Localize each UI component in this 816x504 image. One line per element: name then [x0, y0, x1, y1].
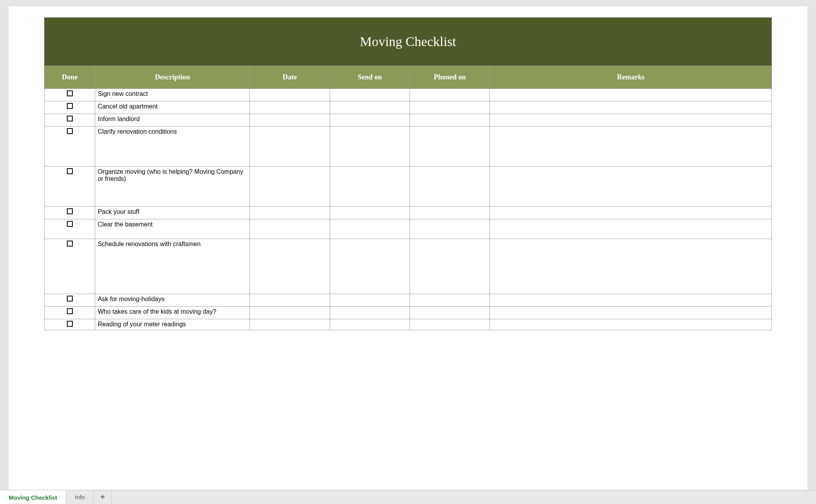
- cell-done[interactable]: [44, 219, 95, 239]
- checkbox-icon[interactable]: [67, 241, 73, 246]
- cell-date[interactable]: [250, 294, 330, 307]
- cell-done[interactable]: [44, 307, 95, 319]
- checkbox-icon[interactable]: [67, 221, 73, 227]
- table-row: Cancel old apartment: [44, 101, 772, 114]
- cell-done[interactable]: [44, 101, 95, 114]
- cell-send-on[interactable]: [330, 239, 410, 294]
- cell-phoned-on[interactable]: [410, 114, 490, 127]
- cell-remarks[interactable]: [490, 101, 772, 114]
- table-row: Organize moving (who is helping? Moving …: [44, 167, 772, 207]
- col-header-date[interactable]: Date: [250, 66, 330, 89]
- cell-done[interactable]: [44, 319, 95, 330]
- cell-phoned-on[interactable]: [410, 101, 490, 114]
- cell-description[interactable]: Organize moving (who is helping? Moving …: [95, 167, 250, 207]
- cell-description[interactable]: Pack your stuff: [95, 207, 250, 219]
- cell-send-on[interactable]: [330, 101, 410, 114]
- checkbox-icon[interactable]: [67, 308, 73, 314]
- cell-remarks[interactable]: [490, 127, 772, 167]
- cell-done[interactable]: [44, 127, 95, 167]
- cell-remarks[interactable]: [490, 89, 772, 101]
- cell-phoned-on[interactable]: [410, 167, 490, 207]
- cell-date[interactable]: [250, 307, 330, 319]
- cell-date[interactable]: [250, 89, 330, 101]
- table-row: Clear the basement: [44, 219, 772, 239]
- checkbox-icon[interactable]: [67, 128, 73, 134]
- sheet-tab-moving-checklist[interactable]: Moving Checklist: [0, 490, 66, 504]
- table-row: Sign new contract: [44, 89, 772, 101]
- page: Moving Checklist Done Description: [9, 6, 807, 490]
- cell-send-on[interactable]: [330, 207, 410, 219]
- cell-phoned-on[interactable]: [410, 89, 490, 101]
- table-row: Reading of your meter readings: [44, 319, 772, 330]
- cell-date[interactable]: [250, 319, 330, 330]
- checkbox-icon[interactable]: [67, 321, 73, 327]
- checkbox-icon[interactable]: [67, 168, 73, 174]
- cell-remarks[interactable]: [490, 319, 772, 330]
- col-header-description[interactable]: Description: [95, 66, 250, 89]
- cell-description[interactable]: Sign new contract: [95, 89, 250, 101]
- cell-description[interactable]: Cancel old apartment: [95, 101, 250, 114]
- cell-remarks[interactable]: [490, 114, 772, 127]
- cell-phoned-on[interactable]: [410, 294, 490, 307]
- table-row: Pack your stuff: [44, 207, 772, 219]
- cell-description[interactable]: Who takes care of the kids at moving day…: [95, 307, 250, 319]
- cell-done[interactable]: [44, 89, 95, 101]
- cell-remarks[interactable]: [490, 294, 772, 307]
- cell-date[interactable]: [250, 101, 330, 114]
- cell-phoned-on[interactable]: [410, 219, 490, 239]
- cell-date[interactable]: [250, 239, 330, 294]
- table-row: Ask for moving-holidays: [44, 294, 772, 307]
- cell-done[interactable]: [44, 114, 95, 127]
- col-header-phoned-on[interactable]: Phoned on: [410, 66, 490, 89]
- cell-done[interactable]: [44, 294, 95, 307]
- table-row: Inform landlord: [44, 114, 772, 127]
- cell-description[interactable]: Ask for moving-holidays: [95, 294, 250, 307]
- checklist-table: Done Description Date Send on Phoned on …: [44, 66, 772, 330]
- cell-date[interactable]: [250, 219, 330, 239]
- checkbox-icon[interactable]: [67, 103, 73, 109]
- cell-remarks[interactable]: [490, 167, 772, 207]
- cell-send-on[interactable]: [330, 127, 410, 167]
- cell-send-on[interactable]: [330, 167, 410, 207]
- cell-remarks[interactable]: [490, 239, 772, 294]
- cell-date[interactable]: [250, 127, 330, 167]
- cell-send-on[interactable]: [330, 89, 410, 101]
- table-header-row: Done Description Date Send on Phoned on …: [44, 66, 772, 89]
- cell-remarks[interactable]: [490, 219, 772, 239]
- cell-description[interactable]: Schedule renovations with craftsmen: [95, 239, 250, 294]
- cell-description[interactable]: Reading of your meter readings: [95, 319, 250, 330]
- cell-phoned-on[interactable]: [410, 319, 490, 330]
- cell-send-on[interactable]: [330, 294, 410, 307]
- cell-date[interactable]: [250, 114, 330, 127]
- cell-send-on[interactable]: [330, 307, 410, 319]
- table-row: Who takes care of the kids at moving day…: [44, 307, 772, 319]
- cell-done[interactable]: [44, 207, 95, 219]
- col-header-done[interactable]: Done: [44, 66, 95, 89]
- cell-remarks[interactable]: [490, 307, 772, 319]
- table-row: Clarify renovation conditions: [44, 127, 772, 167]
- cell-description[interactable]: Clarify renovation conditions: [95, 127, 250, 167]
- cell-date[interactable]: [250, 207, 330, 219]
- cell-send-on[interactable]: [330, 219, 410, 239]
- add-sheet-button[interactable]: +: [94, 490, 112, 504]
- cell-phoned-on[interactable]: [410, 207, 490, 219]
- cell-done[interactable]: [44, 167, 95, 207]
- cell-description[interactable]: Inform landlord: [95, 114, 250, 127]
- checkbox-icon[interactable]: [67, 208, 73, 214]
- cell-send-on[interactable]: [330, 319, 410, 330]
- cell-phoned-on[interactable]: [410, 127, 490, 167]
- checkbox-icon[interactable]: [67, 90, 73, 96]
- cell-remarks[interactable]: [490, 207, 772, 219]
- cell-date[interactable]: [250, 167, 330, 207]
- checkbox-icon[interactable]: [67, 296, 73, 302]
- sheet-tab-info[interactable]: Info: [66, 490, 94, 504]
- cell-done[interactable]: [44, 239, 95, 294]
- sheet-tabs: Moving Checklist Info +: [0, 490, 816, 504]
- col-header-remarks[interactable]: Remarks: [490, 66, 772, 89]
- cell-send-on[interactable]: [330, 114, 410, 127]
- cell-description[interactable]: Clear the basement: [95, 219, 250, 239]
- cell-phoned-on[interactable]: [410, 239, 490, 294]
- checkbox-icon[interactable]: [67, 116, 73, 121]
- cell-phoned-on[interactable]: [410, 307, 490, 319]
- col-header-send-on[interactable]: Send on: [330, 66, 410, 89]
